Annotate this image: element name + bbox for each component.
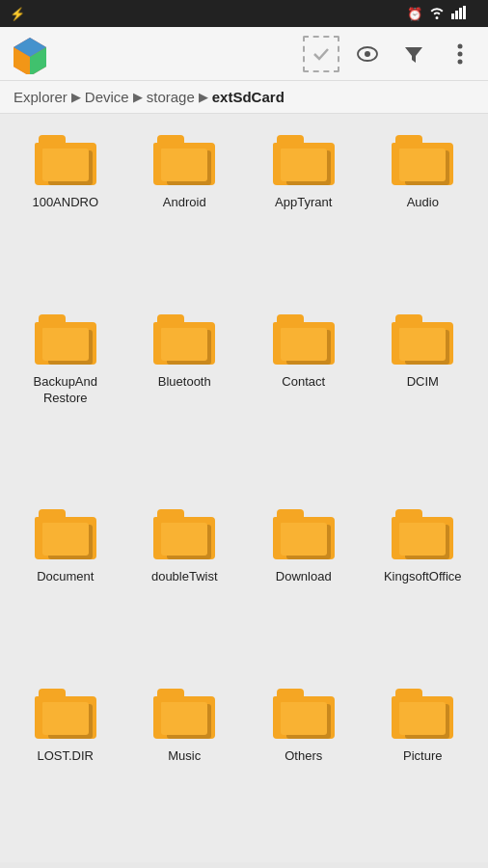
svg-rect-0 (451, 14, 454, 19)
folder-icon (273, 509, 335, 561)
folder-front (42, 149, 89, 181)
filter-button[interactable] (395, 36, 432, 72)
app-logo (10, 34, 50, 74)
folder-icon (153, 135, 215, 187)
folder-item-Download[interactable]: Download (244, 498, 364, 673)
svg-point-12 (458, 51, 463, 56)
folder-item-Audio[interactable]: Audio (364, 123, 483, 299)
breadcrumb-sep-3: ▶ (199, 90, 208, 104)
svg-rect-3 (463, 6, 466, 19)
signal-icon (451, 6, 467, 22)
folder-front (161, 523, 207, 556)
folder-item-Bluetooth[interactable]: Bluetooth (125, 303, 245, 495)
folder-item-Music[interactable]: Music (125, 677, 245, 853)
folder-label: Download (276, 569, 332, 585)
folder-item-DCIM[interactable]: DCIM (364, 303, 483, 495)
folder-front (281, 328, 327, 361)
folder-label: DCIM (407, 374, 439, 391)
file-grid: 100ANDROAndroidAppTyrantAudioBackupAnd R… (0, 114, 488, 862)
folder-front (281, 523, 327, 556)
svg-point-13 (458, 59, 463, 64)
folder-icon (35, 314, 96, 366)
folder-item-BackupAndRestore[interactable]: BackupAnd Restore (6, 303, 125, 495)
folder-icon (153, 314, 215, 366)
usb-icon: ⚡ (10, 7, 25, 21)
folder-front (42, 328, 89, 361)
breadcrumb-sep-1: ▶ (71, 90, 81, 104)
svg-point-11 (458, 43, 463, 48)
folder-front (161, 702, 207, 735)
folder-label: doubleTwist (151, 569, 218, 585)
folder-label: BackupAnd Restore (10, 374, 122, 407)
folder-icon (273, 135, 335, 187)
breadcrumb-storage[interactable]: storage (147, 89, 195, 105)
folder-front (42, 702, 89, 735)
alarm-icon: ⏰ (407, 7, 422, 21)
breadcrumb-current: extSdCard (212, 89, 285, 105)
folder-label: Bluetooth (158, 374, 211, 391)
folder-label: KingsoftOffice (384, 569, 462, 585)
folder-item-Picture[interactable]: Picture (364, 677, 483, 853)
breadcrumb-explorer[interactable]: Explorer (14, 89, 68, 105)
wifi-icon (428, 6, 446, 22)
folder-label: AppTyrant (275, 195, 332, 211)
select-button[interactable] (303, 36, 339, 72)
status-bar: ⚡ ⏰ (0, 0, 488, 27)
folder-item-Android[interactable]: Android (125, 123, 245, 299)
folder-item-AppTyrant[interactable]: AppTyrant (244, 123, 364, 299)
folder-front (161, 149, 207, 181)
folder-label: Audio (407, 195, 439, 211)
folder-label: Contact (282, 374, 325, 391)
folder-label: 100ANDRO (32, 195, 98, 211)
folder-front (42, 523, 89, 556)
folder-label: Music (168, 748, 201, 765)
svg-point-9 (365, 51, 370, 57)
folder-icon (35, 509, 96, 561)
breadcrumb-sep-2: ▶ (133, 90, 143, 104)
folder-item-KingsoftOffice[interactable]: KingsoftOffice (364, 498, 483, 673)
folder-front (281, 702, 327, 735)
folder-icon (392, 314, 453, 366)
folder-icon (273, 314, 335, 366)
folder-label: Document (37, 569, 94, 585)
breadcrumb: Explorer ▶ Device ▶ storage ▶ extSdCard (0, 81, 488, 114)
folder-icon (35, 135, 96, 187)
folder-icon (392, 689, 453, 741)
folder-label: Picture (403, 748, 442, 765)
folder-front (399, 328, 446, 361)
folder-icon (35, 689, 96, 741)
folder-icon (153, 509, 215, 561)
status-left: ⚡ (10, 7, 25, 21)
toolbar (0, 27, 488, 81)
folder-front (399, 523, 446, 556)
svg-rect-2 (459, 8, 462, 19)
folder-icon (273, 689, 335, 741)
folder-icon (153, 689, 215, 741)
folder-item-Document[interactable]: Document (6, 498, 125, 673)
more-button[interactable] (442, 36, 478, 72)
folder-label: Android (163, 195, 206, 211)
folder-front (161, 328, 207, 361)
folder-item-doubleTwist[interactable]: doubleTwist (125, 498, 245, 673)
folder-front (399, 702, 446, 735)
svg-marker-10 (405, 47, 422, 63)
breadcrumb-device[interactable]: Device (85, 89, 129, 105)
folder-label: Others (285, 748, 322, 765)
folder-label: LOST.DIR (37, 748, 94, 765)
folder-item-100ANDRO[interactable]: 100ANDRO (6, 123, 125, 299)
status-right: ⏰ (407, 6, 478, 22)
view-button[interactable] (349, 36, 386, 72)
folder-item-LOST.DIR[interactable]: LOST.DIR (6, 677, 125, 853)
folder-icon (392, 135, 453, 187)
svg-rect-1 (455, 11, 458, 19)
folder-front (399, 149, 446, 181)
folder-item-Contact[interactable]: Contact (244, 303, 364, 495)
folder-icon (392, 509, 453, 561)
folder-front (281, 149, 327, 181)
folder-item-Others[interactable]: Others (244, 677, 364, 853)
